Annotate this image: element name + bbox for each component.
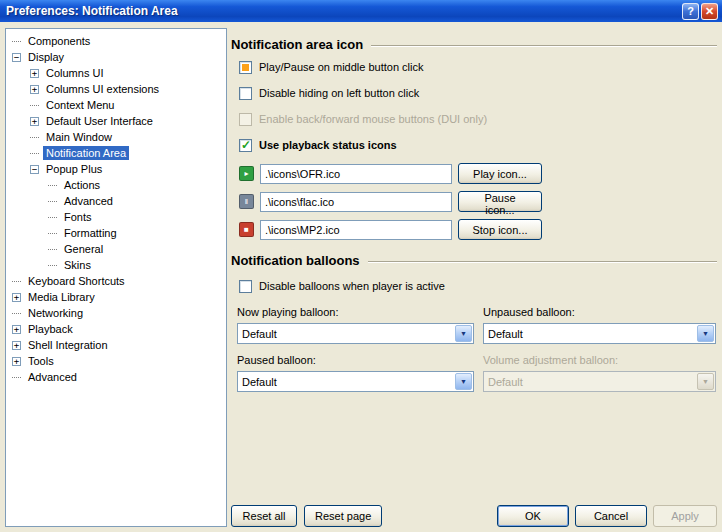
stop-icon-button[interactable]: Stop icon...: [458, 219, 542, 240]
chevron-down-icon[interactable]: ▼: [455, 325, 472, 342]
sidebar-item-label[interactable]: Networking: [25, 306, 86, 320]
sidebar-item-popup-plus[interactable]: −Popup Plus: [6, 161, 226, 177]
combo-selected-value: Default: [238, 376, 454, 388]
tree-connector-line: [30, 101, 39, 110]
sidebar-item-notification-area[interactable]: Notification Area: [6, 145, 226, 161]
section-title: Notification balloons: [231, 253, 360, 268]
reset-page-button[interactable]: Reset page: [304, 505, 382, 527]
sidebar-item-advanced[interactable]: Advanced: [6, 369, 226, 385]
sidebar-item-label[interactable]: Main Window: [43, 130, 115, 144]
tree-connector-line: [48, 213, 57, 222]
checkbox-icon[interactable]: [239, 280, 252, 293]
sidebar-item-label[interactable]: Advanced: [25, 370, 80, 384]
sidebar-item-general[interactable]: General: [6, 241, 226, 257]
sidebar-item-label[interactable]: Keyboard Shortcuts: [25, 274, 128, 288]
checkbox-disable-hiding-left-click[interactable]: Disable hiding on left button click: [239, 85, 717, 101]
sidebar-item-label[interactable]: Columns UI: [43, 66, 106, 80]
checkbox-play-pause-middle-click[interactable]: Play/Pause on middle button click: [239, 59, 717, 75]
sidebar-item-keyboard-shortcuts[interactable]: Keyboard Shortcuts: [6, 273, 226, 289]
sidebar-item-fonts[interactable]: Fonts: [6, 209, 226, 225]
sidebar-item-components[interactable]: Components: [6, 33, 226, 49]
sidebar-item-default-user-interface[interactable]: +Default User Interface: [6, 113, 226, 129]
collapse-minus-icon[interactable]: −: [12, 53, 21, 62]
sidebar-item-label[interactable]: Skins: [61, 258, 94, 272]
combo-selected-value: Default: [484, 328, 696, 340]
play-icon-button[interactable]: Play icon...: [458, 163, 542, 184]
expand-plus-icon[interactable]: +: [12, 357, 21, 366]
sidebar-item-playback[interactable]: +Playback: [6, 321, 226, 337]
sidebar-item-label[interactable]: Popup Plus: [43, 162, 105, 176]
sidebar-item-context-menu[interactable]: Context Menu: [6, 97, 226, 113]
checkbox-icon[interactable]: [239, 61, 252, 74]
preferences-tree[interactable]: Components−Display+Columns UI+Columns UI…: [5, 28, 227, 527]
unpaused-balloon-dropdown[interactable]: Default ▼: [483, 323, 716, 344]
expand-plus-icon[interactable]: +: [12, 325, 21, 334]
help-button[interactable]: ?: [682, 3, 699, 20]
sidebar-item-label[interactable]: Display: [25, 50, 67, 64]
sidebar-item-formatting[interactable]: Formatting: [6, 225, 226, 241]
sidebar-item-label[interactable]: General: [61, 242, 106, 256]
sidebar-item-media-library[interactable]: +Media Library: [6, 289, 226, 305]
sidebar-item-label[interactable]: Formatting: [61, 226, 120, 240]
apply-button: Apply: [653, 505, 717, 527]
sidebar-item-columns-ui[interactable]: +Columns UI: [6, 65, 226, 81]
sidebar-item-actions[interactable]: Actions: [6, 177, 226, 193]
sidebar-item-label[interactable]: Default User Interface: [43, 114, 156, 128]
sidebar-item-label[interactable]: Context Menu: [43, 98, 117, 112]
tree-connector-line: [48, 245, 57, 254]
pause-icon-button[interactable]: Pause icon...: [458, 191, 542, 212]
sidebar-item-label[interactable]: Playback: [25, 322, 76, 336]
expand-plus-icon[interactable]: +: [12, 293, 21, 302]
titlebar[interactable]: Preferences: Notification Area ? ✕: [0, 0, 722, 22]
sidebar-item-label[interactable]: Tools: [25, 354, 57, 368]
sidebar-item-networking[interactable]: Networking: [6, 305, 226, 321]
chevron-down-icon[interactable]: ▼: [455, 373, 472, 390]
divider: [371, 45, 717, 47]
sidebar-item-label[interactable]: Media Library: [25, 290, 98, 304]
sidebar-item-label[interactable]: Advanced: [61, 194, 116, 208]
sidebar-item-columns-ui-extensions[interactable]: +Columns UI extensions: [6, 81, 226, 97]
sidebar-item-label[interactable]: Shell Integration: [25, 338, 111, 352]
sidebar-item-label[interactable]: Components: [25, 34, 93, 48]
sidebar-item-shell-integration[interactable]: +Shell Integration: [6, 337, 226, 353]
ok-button[interactable]: OK: [497, 505, 569, 527]
expand-plus-icon[interactable]: +: [12, 341, 21, 350]
sidebar-item-skins[interactable]: Skins: [6, 257, 226, 273]
sidebar-item-label[interactable]: Notification Area: [43, 146, 129, 160]
sidebar-item-label[interactable]: Actions: [61, 178, 103, 192]
footer-left-group: Reset all Reset page: [231, 505, 382, 527]
checkbox-icon[interactable]: [239, 87, 252, 100]
checkbox-use-playback-status-icons[interactable]: Use playback status icons: [239, 137, 717, 153]
footer-buttons: Reset all Reset page OK Cancel Apply: [231, 505, 717, 527]
stop-icon-path-input[interactable]: [260, 220, 452, 240]
sidebar-item-main-window[interactable]: Main Window: [6, 129, 226, 145]
checkbox-disable-balloons-active[interactable]: Disable balloons when player is active: [239, 278, 717, 294]
close-button[interactable]: ✕: [701, 3, 718, 20]
collapse-minus-icon[interactable]: −: [30, 165, 39, 174]
section-title: Notification area icon: [231, 37, 363, 52]
play-icon-path-input[interactable]: [260, 164, 452, 184]
tree-connector-line: [48, 229, 57, 238]
tree-connector-line: [12, 37, 21, 46]
icon-section-header: Notification area icon: [231, 36, 717, 52]
expand-plus-icon[interactable]: +: [30, 69, 39, 78]
tree-connector-line: [12, 373, 21, 382]
sidebar-item-display[interactable]: −Display: [6, 49, 226, 65]
sidebar-item-label[interactable]: Columns UI extensions: [43, 82, 162, 96]
sidebar-item-advanced[interactable]: Advanced: [6, 193, 226, 209]
paused-balloon-dropdown[interactable]: Default ▼: [237, 371, 474, 392]
reset-all-button[interactable]: Reset all: [231, 505, 297, 527]
cancel-button[interactable]: Cancel: [575, 505, 647, 527]
checkbox-icon[interactable]: [239, 139, 252, 152]
play-icon-row: ▸ Play icon...: [239, 163, 717, 184]
pause-icon-path-input[interactable]: [260, 192, 452, 212]
stop-icon-row: ■ Stop icon...: [239, 219, 717, 240]
expand-plus-icon[interactable]: +: [30, 85, 39, 94]
sidebar-item-label[interactable]: Fonts: [61, 210, 95, 224]
sidebar-item-tools[interactable]: +Tools: [6, 353, 226, 369]
unpaused-balloon-group: Unpaused balloon: Default ▼: [483, 306, 716, 344]
chevron-down-icon[interactable]: ▼: [697, 325, 714, 342]
expand-plus-icon[interactable]: +: [30, 117, 39, 126]
now-playing-balloon-dropdown[interactable]: Default ▼: [237, 323, 474, 344]
window-title: Preferences: Notification Area: [6, 4, 178, 18]
